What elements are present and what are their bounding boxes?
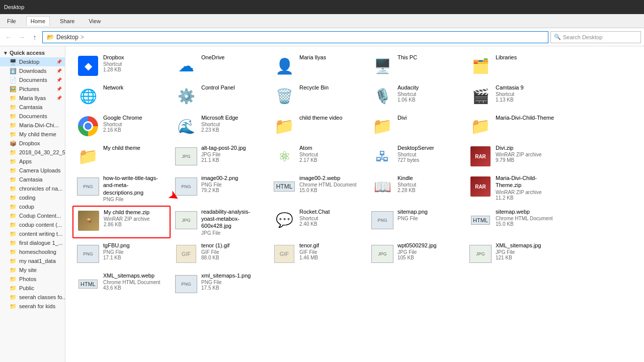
file-item-image00-2[interactable]: PNG image00-2.png PNG File 79.2 KB bbox=[171, 172, 269, 205]
file-item-tenor-gif[interactable]: GIF tenor.gif GIF File 1.46 MB bbox=[269, 239, 367, 268]
quick-access-header[interactable]: ▼ Quick access bbox=[0, 48, 65, 57]
how-to-write-icon: PNG bbox=[76, 174, 100, 199]
sidebar-item-maria-divi[interactable]: 📁 Maria-Divi-Chi... bbox=[0, 121, 65, 130]
file-item-sitemap-png[interactable]: PNG sitemap.png PNG File bbox=[367, 206, 465, 238]
sidebar-item-camera[interactable]: 📁 Camera Uploads bbox=[0, 166, 65, 175]
apps-icon: 📁 bbox=[9, 158, 17, 165]
file-type-xml-1-png: PNG File bbox=[201, 280, 265, 285]
file-item-kindle[interactable]: 📖 Kindle Shortcut 2.28 KB bbox=[367, 172, 465, 205]
documents2-icon: 📁 bbox=[9, 113, 17, 120]
file-item-tgfbu[interactable]: PNG tgFBU.png PNG File 17.1 KB bbox=[72, 239, 171, 268]
sidebar-item-my-site[interactable]: 📁 My site bbox=[0, 265, 65, 275]
file-item-control-panel[interactable]: ⚙️ Control Panel bbox=[171, 81, 269, 111]
sidebar-item-documents[interactable]: 📄 Documents 📌 bbox=[0, 75, 65, 84]
file-item-wpt[interactable]: JPG wpt0500292.jpg JPG File 105 KB bbox=[367, 239, 465, 268]
file-item-divi-zip[interactable]: RAR Divi.zip WinRAR ZIP archive 9.79 MB bbox=[465, 142, 563, 171]
file-item-recycle-bin[interactable]: 🗑️ Recycle Bin bbox=[269, 81, 367, 111]
ribbon-tab-view[interactable]: View bbox=[85, 17, 105, 26]
file-item-my-child-theme[interactable]: 📁 My child theme bbox=[72, 142, 171, 171]
file-name-chrome: Google Chrome bbox=[103, 114, 167, 121]
sidebar-item-camtasia2[interactable]: 📁 Camtasia bbox=[0, 175, 65, 184]
file-size-divi-zip: 9.79 MB bbox=[496, 157, 559, 163]
file-item-xml-webp[interactable]: HTML XML_sitemaps.webp Chrome HTML Docum… bbox=[72, 269, 171, 299]
sidebar-label-camera: Camera Uploads bbox=[19, 167, 61, 173]
sidebar-item-codup-content[interactable]: 📁 Codup Content... bbox=[0, 211, 65, 220]
sidebar-item-chronicles[interactable]: 📁 chronicles of na... bbox=[0, 184, 65, 193]
sidebar-item-pictures[interactable]: 🖼️ Pictures 📌 bbox=[0, 84, 65, 94]
file-item-maria-divi-child[interactable]: 📁 Maria-Divi-Child-Theme bbox=[465, 112, 563, 141]
file-item-rocket-chat[interactable]: 💬 Rocket.Chat Shortcut 2.40 KB bbox=[269, 206, 367, 238]
sidebar-item-apps[interactable]: 📁 Apps bbox=[0, 157, 65, 166]
file-name-tenor-1: tenor (1).gif bbox=[201, 242, 265, 249]
file-item-alt-tag[interactable]: JPG alt-tag-post-20.jpg JPG File 21.1 KB bbox=[171, 142, 269, 171]
sidebar-item-camtasia[interactable]: 📁 Camtasia bbox=[0, 103, 65, 112]
sidebar-item-homeschooling[interactable]: 📁 homeschooling bbox=[0, 247, 65, 256]
address-text: Desktop bbox=[56, 34, 78, 41]
file-item-readability[interactable]: JPG readability-analysis-yoast-metabox-6… bbox=[171, 206, 269, 238]
file-item-how-to-write[interactable]: PNG how-to-write-title-tags-and-meta-des… bbox=[72, 172, 171, 205]
file-type-image00-2: PNG File bbox=[201, 182, 265, 188]
file-item-divi[interactable]: 📁 Divi bbox=[367, 112, 465, 141]
up-button[interactable]: ↑ bbox=[29, 32, 40, 43]
sidebar-item-public[interactable]: 📁 Public bbox=[0, 284, 65, 293]
file-item-this-pc[interactable]: 🖥️ This PC bbox=[367, 51, 465, 80]
sidebar-item-content-writing[interactable]: 📁 content writing t... bbox=[0, 229, 65, 238]
file-name-wpt: wpt0500292.jpg bbox=[397, 242, 461, 249]
address-path[interactable]: 📂 Desktop > bbox=[42, 31, 548, 43]
file-item-sitemap-webp[interactable]: HTML sitemap.webp Chrome HTML Document 1… bbox=[465, 206, 563, 238]
file-item-xml-jpg[interactable]: JPG XML_sitemaps.jpg JPG File 121 KB bbox=[465, 239, 563, 268]
file-item-xml-1-png[interactable]: PNG xml_sitemaps-1.png PNG File 17.5 KB bbox=[171, 269, 269, 299]
file-item-my-child-zip[interactable]: 📦 ➤ My child theme.zip WinRAR ZIP archiv… bbox=[72, 206, 171, 238]
sidebar-item-my-child[interactable]: 📁 My child theme bbox=[0, 130, 65, 139]
sidebar-item-dropbox[interactable]: 📦 Dropbox bbox=[0, 139, 65, 148]
file-item-dropbox[interactable]: ◆ Dropbox Shortcut 1.28 KB bbox=[72, 51, 171, 80]
file-item-desktop-server[interactable]: 🖧 DesktopServer Shortcut 727 bytes bbox=[367, 142, 465, 171]
file-item-maria-ilyas[interactable]: 👤 Maria Ilyas bbox=[269, 51, 367, 80]
sidebar-item-seerah-kids[interactable]: 📁 seerah for kids bbox=[0, 302, 65, 311]
sidebar-item-downloads[interactable]: ⬇️ Downloads 📌 bbox=[0, 66, 65, 75]
sidebar-item-seerah-classes[interactable]: 📁 seerah classes fo... bbox=[0, 293, 65, 302]
search-box[interactable]: 🔍 Search Desktop bbox=[550, 31, 641, 43]
2018-icon: 📁 bbox=[9, 149, 17, 156]
sidebar-item-2018[interactable]: 📁 2018_04_30_22_5... bbox=[0, 148, 65, 157]
file-item-atom[interactable]: ⚛ Atom Shortcut 2.17 KB bbox=[269, 142, 367, 171]
file-item-chrome[interactable]: Google Chrome Shortcut 2.16 KB bbox=[72, 112, 171, 141]
pin-icon-doc: 📌 bbox=[56, 77, 62, 82]
sidebar-item-my-naat[interactable]: 📁 my naat1_data bbox=[0, 256, 65, 265]
file-item-image00-2-webp[interactable]: HTML image00-2.webp Chrome HTML Document… bbox=[269, 172, 367, 205]
file-name-this-pc: This PC bbox=[397, 54, 461, 61]
sidebar-item-first-dialogue[interactable]: 📁 first dialogue 1_... bbox=[0, 238, 65, 247]
file-item-network[interactable]: 🌐 Network bbox=[72, 81, 171, 111]
file-item-audacity[interactable]: 🎙️ Audacity Shortcut 1.06 KB bbox=[367, 81, 465, 111]
forward-button[interactable]: → bbox=[16, 32, 27, 43]
file-size-tgfbu: 17.1 KB bbox=[103, 255, 167, 260]
wpt-icon: JPG bbox=[370, 242, 394, 266]
file-item-libraries[interactable]: 🗂️ Libraries bbox=[465, 51, 563, 80]
file-size-tenor-gif: 1.46 MB bbox=[299, 255, 363, 260]
sidebar-item-documents2[interactable]: 📁 Documents bbox=[0, 112, 65, 121]
ribbon-tab-home[interactable]: Home bbox=[26, 16, 50, 26]
sidebar-label-photos: Photos bbox=[19, 276, 36, 282]
file-size-xml-webp: 43.6 KB bbox=[103, 285, 167, 291]
file-item-child-theme-video[interactable]: 📁 child theme video bbox=[269, 112, 367, 141]
xml-jpg-icon: JPG bbox=[468, 242, 493, 266]
pin-icon-maria: 📌 bbox=[56, 96, 62, 101]
file-item-camtasia9[interactable]: 🎬 Camtasia 9 Shortcut 1.13 KB bbox=[465, 81, 563, 111]
ribbon-tab-file[interactable]: File bbox=[3, 17, 20, 26]
sidebar-item-photos[interactable]: 📁 Photos bbox=[0, 275, 65, 284]
sidebar-item-codup[interactable]: 📁 codup bbox=[0, 202, 65, 211]
sidebar-item-maria-ilyas[interactable]: 📁 Maria Ilyas 📌 bbox=[0, 94, 65, 103]
file-name-recycle: Recycle Bin bbox=[299, 84, 363, 91]
back-button[interactable]: ← bbox=[3, 32, 14, 43]
file-item-edge[interactable]: 🌊 Microsoft Edge Shortcut 2.23 KB bbox=[171, 112, 269, 141]
file-type-audacity: Shortcut bbox=[397, 92, 461, 97]
file-name-libraries: Libraries bbox=[496, 54, 559, 61]
file-item-onedrive[interactable]: ☁ OneDrive bbox=[171, 51, 269, 80]
sidebar-item-coding[interactable]: 📁 coding bbox=[0, 193, 65, 202]
sidebar-item-codup-content2[interactable]: 📁 codup content (... bbox=[0, 220, 65, 229]
ribbon-tab-share[interactable]: Share bbox=[56, 17, 78, 26]
file-item-maria-zip[interactable]: RAR Maria-Divi-Child-Theme.zip WinRAR ZI… bbox=[465, 172, 563, 205]
sidebar-item-desktop[interactable]: 🖥️ Desktop 📌 bbox=[0, 57, 65, 66]
maria-ilyas-icon: 📁 bbox=[9, 95, 17, 102]
file-item-tenor-1[interactable]: GIF tenor (1).gif GIF File 88.0 KB bbox=[171, 239, 269, 268]
